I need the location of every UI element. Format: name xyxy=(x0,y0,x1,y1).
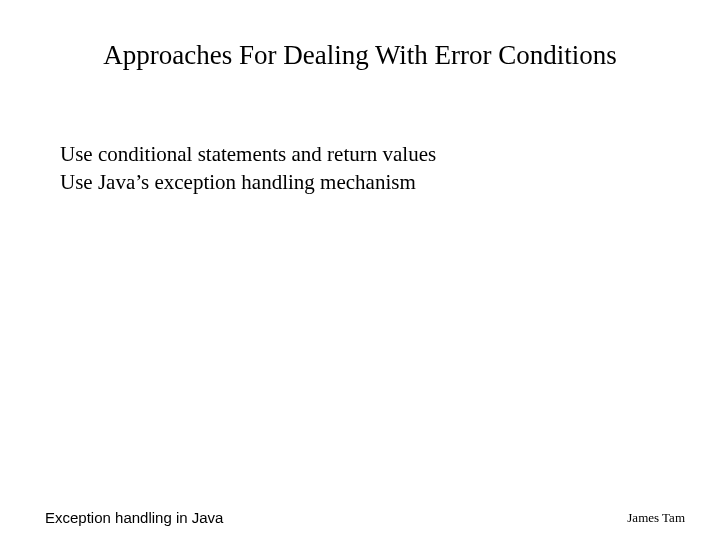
body-line-2: Use Java’s exception handling mechanism xyxy=(60,168,680,196)
slide: Approaches For Dealing With Error Condit… xyxy=(0,0,720,540)
footer-right: James Tam xyxy=(627,510,685,526)
body-line-1: Use conditional statements and return va… xyxy=(60,140,680,168)
footer-left: Exception handling in Java xyxy=(45,509,223,526)
slide-title: Approaches For Dealing With Error Condit… xyxy=(0,40,720,71)
slide-body: Use conditional statements and return va… xyxy=(60,140,680,197)
